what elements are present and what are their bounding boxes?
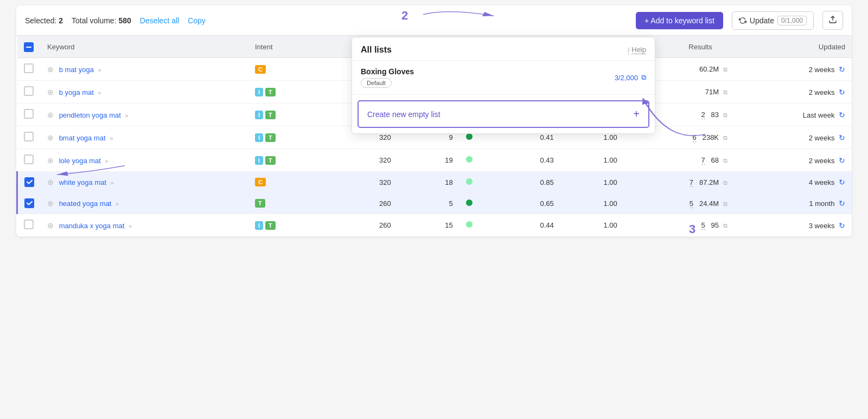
kd-dot-icon <box>466 178 473 185</box>
refresh-icon-row[interactable]: ↻ <box>839 111 845 119</box>
list-item[interactable]: Boxing Gloves Default 3/2,000 ⧉ <box>352 61 655 95</box>
keyword-link[interactable]: pendleton yoga mat <box>59 111 121 119</box>
refresh-icon-row[interactable]: ↻ <box>839 221 845 230</box>
keyword-link[interactable]: bmat yoga mat <box>59 134 106 142</box>
table-row: ⊕ manduka x yoga mat » IT 260 15 0.44 1.… <box>17 214 852 237</box>
dropdown-header: All lists i Help <box>352 37 655 61</box>
results-cell: 5 24.4M ⧉ <box>624 193 734 214</box>
position-link[interactable]: 2 <box>701 111 705 119</box>
dropdown-title: All lists <box>361 45 392 55</box>
update-button[interactable]: Update 0/1,000 <box>732 11 814 30</box>
volume-cell: 320 <box>320 172 397 193</box>
chevron-icon: » <box>129 223 132 229</box>
select-all-checkbox[interactable] <box>24 42 34 52</box>
keyword-link[interactable]: b mat yoga <box>59 66 94 74</box>
intent-header: Intent <box>248 36 320 58</box>
create-new-list-button[interactable]: Create new empty list + <box>358 100 649 128</box>
copy-link[interactable]: Copy <box>188 16 206 25</box>
deselect-all-link[interactable]: Deselect all <box>140 16 179 25</box>
intent-badge-i: I <box>255 221 263 230</box>
updated-cell: 2 weeks ↻ <box>734 58 852 81</box>
row-checkbox[interactable] <box>24 109 34 119</box>
keyword-list-dropdown: All lists i Help Boxing Gloves Default 3… <box>352 37 655 134</box>
keyword-link[interactable]: heated yoga mat <box>59 199 112 208</box>
row-checkbox[interactable] <box>24 63 34 73</box>
kd-dot-icon <box>466 221 473 228</box>
annotation-2: 2 <box>401 9 408 23</box>
checkmark-icon <box>27 201 33 205</box>
total-volume-value: 580 <box>118 16 131 25</box>
intent-badge-t: T <box>265 88 276 96</box>
refresh-icon-row[interactable]: ↻ <box>839 199 845 208</box>
table-row: ⊕ lole yoga mat » IT 320 19 0.43 1.00 7 … <box>17 149 852 172</box>
intent-badge-t: T <box>265 111 276 119</box>
dot-cell <box>459 214 501 237</box>
keyword-link[interactable]: white yoga mat <box>59 178 106 186</box>
add-row-icon[interactable]: ⊕ <box>47 65 54 74</box>
updated-cell: 2 weeks ↻ <box>734 149 852 172</box>
intent-badge-i: I <box>255 156 263 165</box>
table-row-selected: ⊕ white yoga mat » C 320 18 0.85 1.00 7 … <box>17 172 852 193</box>
toolbar: Selected: 2 Total volume: 580 Deselect a… <box>16 5 852 36</box>
add-row-icon[interactable]: ⊕ <box>47 199 54 208</box>
copy-result-icon[interactable]: ⧉ <box>723 201 727 207</box>
row-checkbox-checked[interactable] <box>24 177 34 187</box>
intent-badge-t: T <box>265 221 276 230</box>
table-row-selected: ⊕ heated yoga mat » T 260 5 0.65 1.00 5 … <box>17 193 852 214</box>
keyword-link[interactable]: manduka x yoga mat <box>59 222 125 230</box>
add-row-icon[interactable]: ⊕ <box>47 111 54 119</box>
updated-cell: 4 weeks ↻ <box>734 172 852 193</box>
export-button[interactable] <box>822 11 843 30</box>
dot-cell <box>459 193 501 214</box>
dot-cell <box>459 172 501 193</box>
position-link[interactable]: 7 <box>701 156 705 165</box>
row-checkbox-checked[interactable] <box>24 198 34 208</box>
add-row-icon[interactable]: ⊕ <box>47 88 54 96</box>
com-cell: 1.00 <box>560 149 624 172</box>
refresh-icon-row[interactable]: ↻ <box>839 65 845 74</box>
add-to-keyword-list-button[interactable]: + Add to keyword list <box>636 12 723 29</box>
com-cell: 1.00 <box>560 172 624 193</box>
add-row-icon[interactable]: ⊕ <box>47 133 54 142</box>
volume-cell: 320 <box>320 149 397 172</box>
position-link[interactable]: 6 <box>693 133 697 142</box>
copy-result-icon[interactable]: ⧉ <box>723 134 727 141</box>
kd-dot-icon <box>466 156 473 163</box>
cpc-cell: 0.44 <box>501 214 560 237</box>
copy-result-icon[interactable]: ⧉ <box>723 66 727 73</box>
add-row-icon[interactable]: ⊕ <box>47 178 54 186</box>
keyword-link[interactable]: lole yoga mat <box>59 157 101 165</box>
com-cell: 1.00 <box>560 214 624 237</box>
add-row-icon[interactable]: ⊕ <box>47 221 54 230</box>
position-link[interactable]: 7 <box>690 178 693 187</box>
updated-cell: 1 month ↻ <box>734 193 852 214</box>
kd-cell: 19 <box>398 149 459 172</box>
copy-result-icon[interactable]: ⧉ <box>723 112 727 118</box>
help-link[interactable]: i Help <box>628 46 646 54</box>
add-row-icon[interactable]: ⊕ <box>47 156 54 165</box>
refresh-icon <box>739 17 746 24</box>
copy-result-icon[interactable]: ⧉ <box>723 179 727 186</box>
keyword-link[interactable]: b yoga mat <box>59 88 94 96</box>
position-link[interactable]: 5 <box>690 199 693 208</box>
updated-header: Updated <box>734 36 852 58</box>
dot-cell <box>459 149 501 172</box>
position-link[interactable]: 5 <box>701 221 705 230</box>
copy-result-icon[interactable]: ⧉ <box>723 157 727 164</box>
row-checkbox[interactable] <box>24 132 34 141</box>
row-checkbox[interactable] <box>24 154 34 164</box>
external-link-icon[interactable]: ⧉ <box>641 73 646 82</box>
intent-badge-c: C <box>255 65 266 74</box>
intent-badge-t: T <box>255 199 265 208</box>
copy-result-icon[interactable]: ⧉ <box>723 89 727 95</box>
row-checkbox[interactable] <box>24 220 34 229</box>
total-volume-label: Total volume: 580 <box>72 16 131 25</box>
intent-badge-i: I <box>255 88 263 96</box>
copy-result-icon[interactable]: ⧉ <box>723 222 727 229</box>
refresh-icon-row[interactable]: ↻ <box>839 178 845 186</box>
row-checkbox[interactable] <box>24 86 34 96</box>
refresh-icon-row[interactable]: ↻ <box>839 88 845 96</box>
refresh-icon-row[interactable]: ↻ <box>839 133 845 142</box>
refresh-icon-row[interactable]: ↻ <box>839 156 845 165</box>
com-cell: 1.00 <box>560 193 624 214</box>
